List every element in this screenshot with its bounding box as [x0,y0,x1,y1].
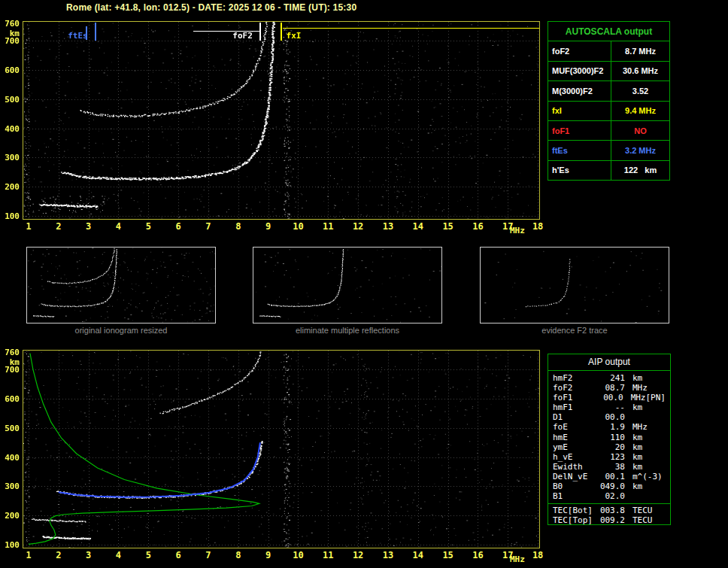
bottom-plot-xtick: 14 [410,550,426,560]
aip-table-title: AIP output [548,354,670,371]
aip-row-value: 123 [599,452,625,462]
aip-row-label: h_vE [553,452,599,462]
bottom-plot-ytick: 700 [0,365,20,375]
marker-label-fxI: fxI [287,31,302,41]
top-plot-ytick: 100 [0,211,20,221]
autoscala-window: Rome (lat: +41.8, lon: 012.5) - DATE: 20… [0,0,728,568]
bottom-plot-xtick: 13 [380,550,396,560]
bottom-plot-xtick: 10 [290,550,306,560]
aip-row-label: foF2 [553,383,599,393]
bottom-plot-xtick: 6 [170,550,187,560]
autoscala-row-M(3000)F2: M(3000)F23.52 [548,80,669,100]
bottom-plot-ytick: 200 [0,511,20,521]
autoscala-row-label: foF2 [548,41,611,60]
panel-evidence-f2-trace [480,247,669,323]
aip-row-label: B1 [553,491,599,501]
autoscala-row-label: M(3000)F2 [548,81,611,100]
autoscala-row-label: foF1 [548,121,611,140]
autoscala-row-MUF(3000)F2: MUF(3000)F230.6 MHz [548,61,669,80]
top-plot-ytick: 600 [0,65,20,75]
bottom-plot-ytick: 500 [0,424,20,433]
bottom-plot-ytick: 300 [0,481,20,491]
autoscala-row-value: 30.6 MHz [611,62,669,80]
top-plot-xtick: 6 [170,221,187,232]
aip-row-hmF1: hmF1--km [548,402,670,412]
autoscala-row-value: 3.52 [611,81,669,100]
aip-row-unit: km [632,452,642,462]
bottom-plot-ytick: 760 [0,348,20,357]
bottom-plot-ytick: 600 [0,394,20,404]
top-ionogram-plot: ftEsfoF2fxI [23,21,540,220]
aip-row-hmF2: hmF2241km [548,373,670,383]
bottom-plot-xtick: 7 [200,550,217,560]
autoscala-table-title: AUTOSCALA output [548,22,669,41]
top-plot-xtick: 4 [110,221,126,232]
bottom-plot-xtick: 11 [320,550,336,560]
aip-row-unit: MHz [632,422,648,432]
aip-row-label: B0 [553,481,599,491]
aip-row-ymE: ymE20km [548,442,670,452]
top-plot-ytick: 400 [0,124,20,134]
aip-row-h_vE: h_vE123km [548,452,670,462]
bottom-plot-xtick: 4 [110,550,126,560]
aip-row-label: Ewidth [553,462,599,472]
panel-caption-eliminate: eliminate multiple reflections [253,326,442,335]
autoscala-row-value: 3.2 MHz [611,141,669,159]
top-plot-xtick: 7 [200,221,217,232]
top-plot-xtick: 16 [469,221,486,232]
aip-output-table: AIP output hmF2241kmfoF208.7MHzfoF100.0M… [548,354,671,525]
aip-row-label: hmF2 [553,373,599,383]
bottom-plot-xtick: 2 [50,550,67,560]
aip-row-value: 08.7 [599,383,625,393]
autoscala-row-label: ftEs [548,141,611,159]
bottom-plot-xtick: 18 [529,550,546,560]
top-plot-xtick: 5 [140,221,156,232]
top-plot-xtick: 3 [80,221,97,232]
bottom-plot-xtick: 9 [260,550,277,560]
aip-row-hmE: hmE110km [548,433,670,442]
bottom-ionogram-canvas [23,351,539,548]
aip-row-value: 241 [599,373,625,383]
panel-caption-evidence: evidence F2 trace [480,326,669,335]
aip-row-value: 1.9 [599,422,625,432]
top-plot-xtick: 1 [20,221,37,232]
bottom-ionogram-plot [23,350,540,548]
aip-row-unit: km [632,402,642,412]
bottom-plot-xtick: 1 [20,550,37,560]
aip-row-foE: foE1.9MHz [548,422,670,432]
aip-row-label: TEC[Bot] [553,506,599,515]
aip-row-unit: TECU [632,515,653,525]
aip-row-D1: D100.0 [548,412,670,422]
aip-row-label: ymE [553,442,599,452]
autoscala-row-value: NO [611,121,669,140]
top-plot-ytick: 760 [0,19,20,29]
aip-row-label: foF1 [553,393,598,402]
bottom-plot-xtick: 3 [80,550,97,560]
autoscala-row-value: 122 km [611,161,669,180]
aip-row-value: -- [599,402,625,412]
autoscala-row-fxI: fxI9.4 MHz [548,101,669,120]
bottom-plot-xtick: 5 [140,550,156,560]
panel-caption-original: original ionogram resized [26,326,216,335]
aip-row-foF1: foF100.0MHz[PN] [548,393,670,402]
top-plot-ytick: 500 [0,95,20,105]
aip-row-unit: TECU [632,506,653,515]
top-plot-xunit: MHz [510,226,525,235]
window-title: Rome (lat: +41.8, lon: 012.5) - DATE: 20… [66,2,356,13]
aip-row-B0: B0049.0km [548,481,670,491]
aip-row-unit: m^(-3) [632,472,663,481]
aip-row-TEC[Top]: TEC[Top]009.2TECU [548,515,670,525]
bottom-plot-ytick: 100 [0,540,20,550]
aip-row-unit: km [632,373,642,383]
top-plot-xtick: 10 [290,221,306,232]
bottom-plot-xtick: 8 [230,550,247,560]
autoscala-output-table: AUTOSCALA output foF28.7 MHzMUF(3000)F23… [548,21,670,181]
panel-eliminate-multiple-reflections [253,247,442,323]
top-ionogram-canvas [23,22,539,219]
aip-row-label: hmF1 [553,402,599,412]
aip-row-value: 009.2 [599,515,625,525]
bottom-plot-xtick: 15 [440,550,457,560]
top-plot-xtick: 18 [529,221,546,232]
autoscala-row-ftEs: ftEs3.2 MHz [548,140,669,159]
aip-row-value: 049.0 [599,481,625,491]
